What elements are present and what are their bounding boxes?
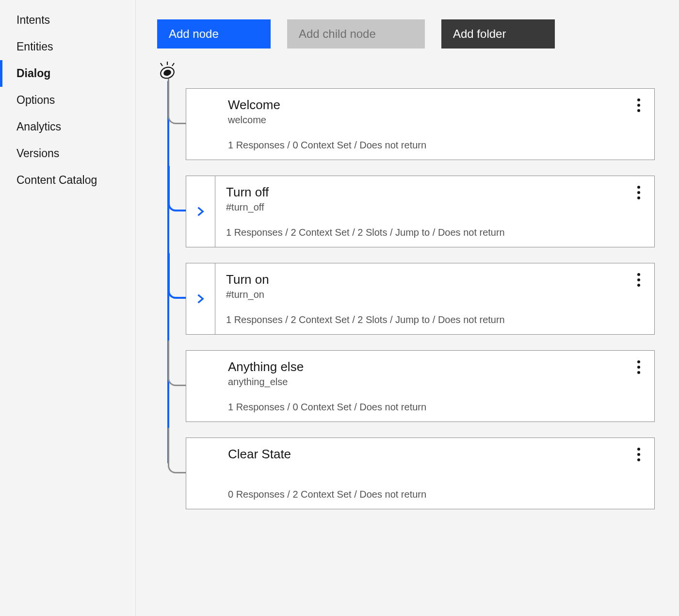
tree-connector — [168, 79, 187, 124]
add-folder-button[interactable]: Add folder — [441, 19, 555, 49]
node-summary: 1 Responses / 0 Context Set / Does not r… — [228, 128, 644, 151]
expand-toggle[interactable] — [186, 176, 215, 247]
node-list: Welcome welcome 1 Responses / 0 Context … — [157, 60, 655, 509]
node-row: Turn on #turn_on 1 Responses / 2 Context… — [186, 263, 655, 335]
dialog-node-clear-state[interactable]: Clear State 0 Responses / 2 Context Set … — [186, 438, 655, 509]
node-title: Turn off — [226, 185, 644, 200]
node-row: Anything else anything_else 1 Responses … — [186, 350, 655, 422]
node-body: Clear State 0 Responses / 2 Context Set … — [223, 438, 654, 509]
node-row: Clear State 0 Responses / 2 Context Set … — [186, 438, 655, 509]
dialog-node-turn-on[interactable]: Turn on #turn_on 1 Responses / 2 Context… — [186, 263, 655, 335]
kebab-menu-icon[interactable] — [632, 446, 646, 463]
tree-connector — [168, 428, 187, 473]
sidebar-item-content-catalog[interactable]: Content Catalog — [0, 167, 135, 194]
kebab-menu-icon[interactable] — [632, 97, 646, 114]
add-child-node-button: Add child node — [287, 19, 425, 49]
svg-line-4 — [172, 63, 174, 66]
node-summary: 1 Responses / 0 Context Set / Does not r… — [228, 390, 644, 413]
sidebar-item-intents[interactable]: Intents — [0, 7, 135, 33]
sidebar-item-entities[interactable]: Entities — [0, 33, 135, 60]
node-row: Turn off #turn_off 1 Responses / 2 Conte… — [186, 176, 655, 247]
dialog-node-welcome[interactable]: Welcome welcome 1 Responses / 0 Context … — [186, 88, 655, 160]
expand-toggle[interactable] — [186, 263, 215, 334]
node-title: Anything else — [228, 359, 644, 374]
chevron-right-icon — [195, 293, 206, 304]
node-row: Welcome welcome 1 Responses / 0 Context … — [186, 88, 655, 160]
node-condition: anything_else — [228, 376, 644, 388]
toolbar: Add node Add child node Add folder — [157, 19, 655, 49]
sidebar-item-analytics[interactable]: Analytics — [0, 113, 135, 140]
node-summary: 1 Responses / 2 Context Set / 2 Slots / … — [226, 303, 644, 325]
tree-connector — [168, 166, 187, 211]
sidebar: Intents Entities Dialog Options Analytic… — [0, 0, 136, 616]
node-title: Turn on — [226, 272, 644, 287]
dialog-node-anything-else[interactable]: Anything else anything_else 1 Responses … — [186, 350, 655, 422]
dialog-tree: Welcome welcome 1 Responses / 0 Context … — [157, 60, 655, 509]
node-condition: #turn_off — [226, 202, 644, 213]
node-gutter — [186, 351, 223, 421]
sidebar-item-options[interactable]: Options — [0, 87, 135, 113]
node-body: Turn on #turn_on 1 Responses / 2 Context… — [215, 263, 654, 334]
node-body: Welcome welcome 1 Responses / 0 Context … — [223, 89, 654, 160]
assistant-icon — [157, 60, 178, 81]
node-gutter — [186, 89, 223, 160]
kebab-menu-icon[interactable] — [632, 184, 646, 201]
node-body: Turn off #turn_off 1 Responses / 2 Conte… — [215, 176, 654, 247]
node-body: Anything else anything_else 1 Responses … — [223, 351, 654, 421]
node-title: Clear State — [228, 447, 644, 462]
app-root: Intents Entities Dialog Options Analytic… — [0, 0, 679, 616]
kebab-menu-icon[interactable] — [632, 271, 646, 289]
node-summary: 0 Responses / 2 Context Set / Does not r… — [228, 477, 644, 500]
dialog-node-turn-off[interactable]: Turn off #turn_off 1 Responses / 2 Conte… — [186, 176, 655, 247]
tree-connector — [168, 340, 187, 386]
add-node-button[interactable]: Add node — [157, 19, 271, 49]
node-gutter — [186, 438, 223, 509]
chevron-right-icon — [195, 206, 206, 217]
sidebar-item-versions[interactable]: Versions — [0, 140, 135, 167]
kebab-menu-icon[interactable] — [632, 358, 646, 376]
node-title: Welcome — [228, 97, 644, 113]
svg-line-2 — [161, 63, 162, 66]
svg-point-1 — [163, 69, 172, 77]
node-summary: 1 Responses / 2 Context Set / 2 Slots / … — [226, 215, 644, 238]
main-panel: Add node Add child node Add folder — [136, 0, 679, 616]
sidebar-item-dialog[interactable]: Dialog — [0, 60, 135, 87]
tree-connector — [168, 253, 187, 299]
node-condition: #turn_on — [226, 289, 644, 300]
node-condition: welcome — [228, 114, 644, 126]
